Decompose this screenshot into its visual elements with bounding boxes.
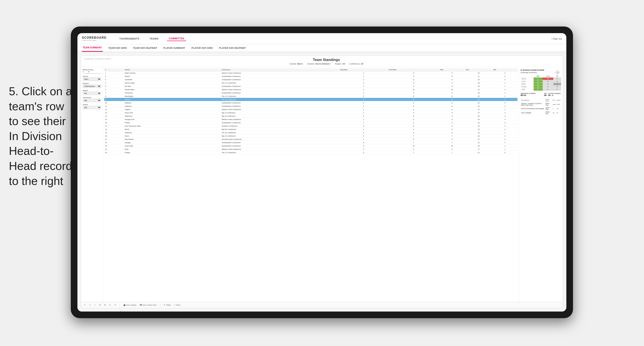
- table-row[interactable]: 10 Alabama Southeastern Conference 5 8 8…: [104, 101, 518, 105]
- cell-reg-rank: 8: [339, 124, 388, 128]
- nav-teams[interactable]: TEAMS: [148, 36, 160, 41]
- toolbar-save-custom[interactable]: 💾 Save Custom View: [139, 304, 157, 307]
- toolbar-target[interactable]: ⊙: [108, 304, 112, 307]
- cell-school: East Tennessee State: [124, 124, 221, 128]
- tournament-score: 17: [556, 111, 561, 115]
- table-row[interactable]: 5 Ole Miss Southeastern Conference 3 6 6…: [104, 85, 518, 88]
- h2h-table-row: Top 10 3 13 0: [520, 78, 561, 80]
- toolbar-share[interactable]: ⤴ Share: [174, 304, 181, 307]
- conference-filter-select[interactable]: (All) Atlantic Coast Conference Southeas…: [83, 99, 101, 102]
- table-row[interactable]: 13 Texas Tech Big 12 Conference 1 9 9 27…: [104, 111, 518, 114]
- cell-rds: 9: [439, 75, 465, 78]
- cell-tour: 27: [465, 138, 492, 141]
- table-row[interactable]: 21 New Mexico Mountain West Conference 1…: [104, 138, 518, 141]
- cell-tour: 26: [465, 81, 492, 85]
- toolbar-view-original[interactable]: 🎬 View: Original: [122, 304, 137, 307]
- cell-school: Oklahoma: [124, 114, 221, 118]
- cell-school: Texas: [124, 134, 221, 138]
- filter-group-school: School (All): [83, 104, 101, 109]
- table-row[interactable]: 18 Illinois Big Ten Conference 1 9 9 23 …: [104, 128, 518, 131]
- h2h-close-button[interactable]: ✕: [556, 71, 559, 74]
- col-conf-rank: Conf Rank: [388, 68, 439, 71]
- toolbar-redo-step[interactable]: ↪: [88, 304, 92, 307]
- cell-tour: 18: [465, 91, 492, 95]
- conference-filter-label: Conference: [83, 97, 101, 98]
- subnav-player-summary[interactable]: PLAYER SUMMARY: [162, 44, 186, 52]
- toolbar-redo[interactable]: ⤻: [93, 304, 97, 307]
- h2h-col-loss: Loss: [543, 75, 553, 78]
- cell-rank: 13: [104, 111, 124, 114]
- division-filter-select[interactable]: NCAA Division I NCAA Division II NCAA Di…: [83, 85, 101, 88]
- cell-conf-rank: 8: [388, 105, 439, 108]
- school-filter-select[interactable]: (All): [83, 106, 101, 109]
- toolbar-clock[interactable]: ⏱: [114, 304, 117, 307]
- cell-reg-rank: 3: [339, 85, 388, 88]
- tournament-row[interactable]: Arizona Thunderbirds Intercollegiate Str…: [520, 107, 561, 111]
- subnav-player-h2h-grid[interactable]: PLAYER H2H GRID: [191, 44, 214, 52]
- cell-rank: 9: [104, 98, 124, 101]
- region-filter-select[interactable]: N/A East West: [83, 92, 101, 95]
- cell-tour: 24: [465, 118, 492, 121]
- cell-school: New Mexico: [124, 138, 221, 141]
- table-row[interactable]: 3 Vanderbilt Southeastern Conference 2 8…: [104, 78, 518, 81]
- cell-conf-rank: 7: [388, 141, 439, 144]
- subnav-team-h2h-heatmap[interactable]: TEAM H2H HEATMAP: [132, 44, 158, 52]
- tournament-row[interactable]: Cabo Collegiate Stroke Play 11 17: [520, 111, 561, 115]
- cell-conf-rank: 9: [388, 148, 439, 151]
- h2h-cell-win: 25: [534, 83, 543, 86]
- cell-rank: 25: [104, 151, 124, 154]
- toolbar-watch[interactable]: 👁 Watch: [163, 304, 172, 307]
- subnav-team-h2h-grid[interactable]: TEAM H2H GRID: [107, 44, 128, 52]
- table-row[interactable]: 24 Duke Atlantic Coast Conference 5 9 9 …: [104, 148, 518, 151]
- cell-school: Duke: [124, 148, 221, 151]
- table-row[interactable]: 15 Georgia Tech Atlantic Coast Conferenc…: [104, 118, 518, 121]
- card-title: Team Standings: [111, 58, 542, 62]
- table-row[interactable]: 25 Oregon Pac-12 Conference 5 7 7 21 0: [104, 151, 518, 154]
- toolbar-undo[interactable]: ↩: [83, 304, 86, 307]
- table-row[interactable]: 14 Oklahoma Big 12 Conference 2 8 8 24 2: [104, 114, 518, 118]
- toolbar-add[interactable]: ⊕: [103, 304, 107, 307]
- h2h-cell-win: 3: [534, 78, 543, 80]
- table-row[interactable]: 8 Washington Pac-12 Conference 2 8 8 23 …: [104, 95, 518, 98]
- cell-rds: 7: [439, 151, 465, 154]
- table-row[interactable]: 2 Auburn Southeastern Conference 1 9 9 2…: [104, 75, 518, 78]
- cell-win: 2: [492, 138, 518, 141]
- cell-win: 1: [492, 85, 518, 88]
- cell-rank: 19: [104, 131, 124, 134]
- cell-reg-rank: 1: [339, 75, 388, 78]
- table-row[interactable]: 16 Florida Southeastern Conference 7 9 9…: [104, 121, 518, 124]
- table-row[interactable]: 6 Florida State Atlantic Coast Conferenc…: [104, 88, 518, 91]
- tournament-row[interactable]: Jackson T. Stephens Cup Men's Match-Play…: [520, 102, 561, 107]
- table-row[interactable]: 4 Arizona State Pac-12 Conference 4 9 9 …: [104, 81, 518, 85]
- table-row[interactable]: 22 Georgia Southeastern Conference 8 7 7…: [104, 141, 518, 144]
- table-row[interactable]: 19 California Pac-12 Conference 4 8 8 24…: [104, 131, 518, 134]
- table-row[interactable]: 9 Arizona Pac-12 Conference 3 8 8 24 2: [104, 98, 518, 101]
- min-rounds-label: Minimum Rou...: [83, 69, 101, 70]
- logo-title: SCOREBOARD: [82, 36, 106, 39]
- min-rounds-slider[interactable]: [83, 73, 101, 74]
- cell-rds: 9: [439, 121, 465, 124]
- table-row[interactable]: 12 Virginia Atlantic Coast Conference 3 …: [104, 108, 518, 111]
- tournament-name: Arizona Thunderbirds Intercollegiate: [520, 107, 545, 111]
- sign-out-link[interactable]: | Sign out: [552, 37, 562, 40]
- nav-tournaments[interactable]: TOURNAMENTS: [118, 36, 141, 41]
- table-row[interactable]: 23 Texas A&M Southeastern Conference 9 1…: [104, 144, 518, 148]
- cell-rank: 4: [104, 81, 124, 85]
- table-row[interactable]: 7 Tennessee Southeastern Conference 4 6 …: [104, 91, 518, 95]
- cell-conf-rank: 7: [388, 151, 439, 154]
- cell-conference: Atlantic Coast Conference: [221, 71, 339, 75]
- table-row[interactable]: 17 East Tennessee State Southern Confere…: [104, 124, 518, 128]
- table-row[interactable]: 11 Arkansas Southeastern Conference 6 8 …: [104, 105, 518, 108]
- cell-rank: 1: [104, 71, 124, 75]
- sub-navigation: TEAM SUMMARY TEAM H2H GRID TEAM H2H HEAT…: [78, 44, 566, 52]
- table-row[interactable]: 20 Texas Big 12 Conference 3 7 7 20 2: [104, 134, 518, 138]
- filter-group-min-rounds: Minimum Rou... 4 20: [83, 69, 101, 74]
- nav-committee[interactable]: COMMITTEE: [167, 36, 186, 41]
- toolbar-copy[interactable]: ⧉: [98, 304, 102, 307]
- subnav-player-h2h-heatmap[interactable]: PLAYER H2H HEATMAP: [218, 44, 247, 52]
- cell-school: California: [124, 131, 221, 134]
- gender-filter-select[interactable]: Men's Women's: [83, 78, 101, 81]
- table-row[interactable]: 1 North Carolina Atlantic Coast Conferen…: [104, 71, 518, 75]
- subnav-team-summary[interactable]: TEAM SUMMARY: [82, 44, 103, 52]
- cell-conference: Southeastern Conference: [221, 78, 339, 81]
